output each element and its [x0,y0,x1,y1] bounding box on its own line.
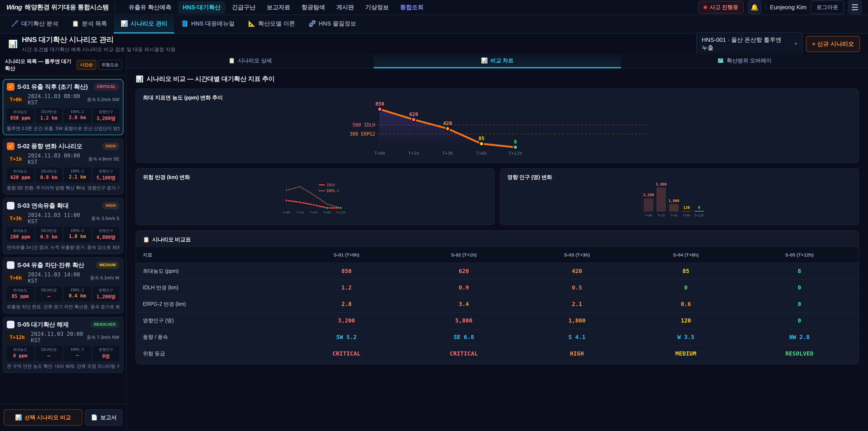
page-header: 📊 HNS 대기확산 시나리오 관리 시간·조건별 대기확산 예측 시나리오 비… [0,34,868,54]
dna-icon: 🧬 [309,20,316,27]
scenario-card[interactable]: S-02 풍향 변화 시나리오 HIGH T+1h 2024.11.03 09:… [3,138,123,194]
metric-max-concentration: 최대농도 8 ppm [7,346,34,361]
incident-dot-icon [704,6,707,9]
page-title: HNS 대기확산 시나리오 관리 [22,35,176,45]
new-scenario-button[interactable]: + 신규 시나리오 [806,36,860,52]
tab-hns-manual[interactable]: 📘 HNS 대응매뉴얼 [174,15,241,33]
sidebar-header: 시나리오 목록 — 톨루엔 대기확산 시간순 위험도순 [0,54,126,76]
wind-info: 풍속 6.1m/s W [90,275,119,281]
table-cell: 0.5 [522,279,631,296]
table-row: ERPG-2 반경 (km)2.83.42.10.60 [136,296,859,312]
metric-erpg2: ERPG-2 2.1 km [64,167,91,183]
scenario-card[interactable]: S-03 연속유출 확대 HIGH T+3h 2024.11.03 11:00 … [3,198,123,254]
table-cell: 0 [740,312,859,329]
navbar-right: 사고 진행중 🔔 Eunjeong Kim 로그아웃 [699,0,862,14]
tab-compare-charts[interactable]: 📊 비교 차트 [374,54,621,68]
sidebar-footer: 📊 선택 시나리오 비교 📄 보고서 [0,404,126,431]
tab-diffusion-overlay[interactable]: 🗺️ 확산범위 오버레이 [621,54,868,68]
notification-button[interactable]: 🔔 [748,0,761,14]
column-header: S-04 (T+6h) [631,247,740,263]
svg-text:120: 120 [683,206,690,210]
main-panel: 📋 시나리오 상세 📊 비교 차트 🗺️ 확산범위 오버레이 📊 시나리오 비교… [127,54,868,431]
svg-text:500 IDLH: 500 IDLH [352,122,375,128]
chart-title: 위험 반경 (km) 변화 [143,174,487,181]
risk-badge: HIGH [102,202,120,210]
row-label: 최대농도 (ppm) [136,263,288,279]
bar-chart-icon: 📊 [481,57,488,64]
nav-item-hns-diffusion[interactable]: HNS·대기확산 [178,1,225,13]
menu-button[interactable] [848,0,862,14]
table-cell: RESOLVED [740,345,859,362]
divider [765,3,766,11]
nav-item-board[interactable]: 게시판 [332,1,359,13]
incident-status-label: 사고 진행중 [710,4,738,11]
report-button[interactable]: 📄 보고서 [85,409,123,426]
risk-badge: RESOLVED [90,321,119,329]
svg-text:420: 420 [443,120,452,126]
table-cell: NW 2.8 [740,329,859,345]
scenario-checkbox[interactable] [7,143,14,150]
table-cell: 0 [631,279,740,296]
clipboard-icon: 📋 [228,57,235,64]
svg-text:T+0h: T+0h [374,151,385,156]
svg-text:T+1h: T+1h [296,211,304,214]
scenario-card[interactable]: S-01 유출 직후 (초기 확산) CRITICAL T+0h 2024.11… [3,79,123,135]
concentration-line-chart: 500 IDLH300 ERPG2850T+0h620T+1h420T+3h85… [143,101,852,157]
table-cell: 0.9 [405,279,522,296]
scenario-card[interactable]: S-05 대기확산 해제 RESOLVED T+12h 2024.11.03 2… [3,317,123,373]
scenario-checkbox[interactable] [7,321,14,329]
svg-text:8: 8 [514,139,517,145]
svg-text:T+3h: T+3h [310,211,317,214]
svg-text:T+0h: T+0h [283,211,290,214]
scenario-description: 톨루엔 2.5톤 순간 유출. SW 풍향으로 온산 산업단지 방향 확산. I… [7,125,119,131]
sort-by-time-button[interactable]: 시간순 [76,60,96,70]
scenario-checkbox[interactable] [7,83,14,91]
nav-item-weather[interactable]: 기상정보 [361,1,393,13]
table-cell: 120 [631,312,740,329]
logout-button[interactable]: 로그아웃 [811,0,844,14]
sort-by-risk-button[interactable]: 위험도순 [98,60,122,70]
compare-scenarios-button[interactable]: 📊 선택 시나리오 비교 [4,409,82,426]
tab-hns-substance-info[interactable]: 🧬 HNS 물질정보 [302,15,363,33]
top-navbar: Wing 해양환경 위기대응 통합시스템 유출유 확산예측 HNS·대기확산 긴… [0,0,868,15]
incident-select[interactable]: HNS-001 · 울산 온산항 톨루엔 누출 ▾ [696,32,802,55]
bar-chart-icon: 📊 [135,75,143,83]
row-label: 위험 등급 [136,345,288,362]
metric-erpg2: ERPG-2 1.8 km [64,227,91,242]
timestamp: 2024.11.03 11:00 KST [28,212,88,225]
table-cell: 85 [631,263,740,279]
scenario-card[interactable]: S-04 유출 차단·잔류 확산 MEDIUM T+6h 2024.11.03 … [3,257,123,313]
table-cell: 3,200 [288,312,405,329]
book-icon: 📘 [181,20,188,27]
metric-max-concentration: 최대농도 85 ppm [7,286,34,302]
nav-item-reports[interactable]: 보고자료 [262,1,295,13]
scenario-checkbox[interactable] [7,261,14,269]
svg-text:1,800: 1,800 [669,199,679,203]
tab-scenario-detail[interactable]: 📋 시나리오 상세 [127,54,374,68]
page-header-actions: HNS-001 · 울산 온산항 톨루엔 누출 ▾ + 신규 시나리오 [696,32,860,55]
table-cell: 420 [522,263,631,279]
row-label: IDLH 반경 (km) [136,279,288,296]
sidebar-title: 시나리오 목록 — 톨루엔 대기확산 [5,58,75,72]
nav-item-aerial-search[interactable]: 항공탐색 [297,1,330,13]
nav-item-oil-spill[interactable]: 유출유 확산예측 [124,1,176,13]
table-cell: CRITICAL [405,345,522,362]
tab-scenario-management[interactable]: 📊 시나리오 관리 [114,15,174,33]
scenario-checkbox[interactable] [7,202,14,210]
table-cell: 5,800 [405,312,522,329]
tab-analysis-list[interactable]: 📋 분석 목록 [65,15,114,33]
nav-item-integrated-search[interactable]: 통합조회 [396,1,428,13]
metric-population: 영향인구 5,100명 [93,167,120,183]
section-heading: 📊 시나리오 비교 — 시간대별 대기확산 지표 추이 [135,74,859,83]
clipboard-icon: 📋 [143,237,149,243]
clipboard-icon: 📋 [72,20,79,27]
scenario-title: S-04 유출 차단·잔류 확산 [17,261,93,269]
metric-max-concentration: 최대농도 280 ppm [7,227,34,242]
chart-title: 최대 지표면 농도 (ppm) 변화 추이 [143,94,852,101]
nav-item-rescue[interactable]: 긴급구난 [227,1,260,13]
tab-model-theory[interactable]: 📐 확산모델 이론 [241,15,302,33]
main-content: 📊 시나리오 비교 — 시간대별 대기확산 지표 추이 최대 지표면 농도 (p… [127,69,868,370]
population-chart-panel: 영향 인구 (명) 변화 3,200T+0h5,800T+1h1,800T+3h… [500,168,859,225]
tab-diffusion-analysis[interactable]: 🖊️ 대기확산 분석 [4,15,65,33]
column-header: S-01 (T+0h) [288,247,405,263]
